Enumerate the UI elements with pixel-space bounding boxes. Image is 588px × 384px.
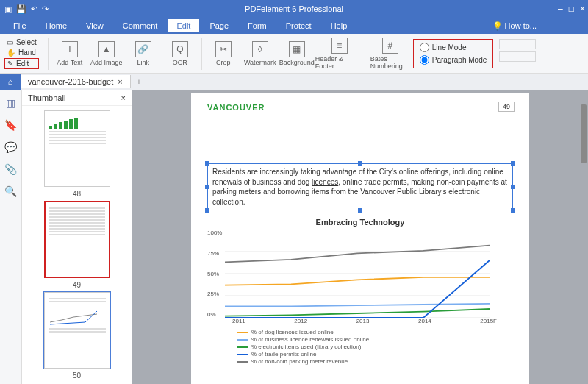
menu-view[interactable]: View [77, 19, 112, 32]
legend-item: % of business licence renewals issued on… [237, 336, 513, 343]
chart: Embracing Technology 100% 75% 50% 25% 0%… [207, 218, 513, 365]
link-button[interactable]: 🔗Link [125, 41, 162, 66]
thumbnail-page-number: 50 [73, 371, 81, 380]
brand-text: VANCOUVER [207, 103, 513, 112]
thumbnail-close-icon[interactable]: × [121, 93, 126, 102]
menu-edit[interactable]: Edit [168, 19, 199, 32]
qat-redo-icon[interactable]: ↷ [42, 4, 49, 14]
x-tick: 2013 [356, 318, 370, 324]
search-panel-icon[interactable]: 🔍 [4, 185, 17, 197]
vertical-scrollbar[interactable] [581, 104, 587, 163]
hand-tool[interactable]: ✋ Hand [4, 48, 39, 57]
watermark-icon: ◊ [252, 41, 268, 57]
line-mode-radio[interactable]: Line Mode [420, 43, 487, 52]
text-edit-box[interactable]: Residents are increasingly taking advant… [207, 163, 513, 210]
ribbon: ▭ Select ✋ Hand ✎ Edit TAdd Text ▲Add Im… [0, 34, 588, 74]
menu-page[interactable]: Page [201, 19, 237, 32]
tab-close-icon[interactable]: × [118, 77, 122, 86]
text-icon: T [62, 41, 78, 57]
select-tool[interactable]: ▭ Select [4, 38, 39, 47]
menu-form[interactable]: Form [239, 19, 276, 32]
menu-comment[interactable]: Comment [114, 19, 167, 32]
edit-mode-group: Line Mode Paragraph Mode [413, 39, 494, 68]
ocr-icon: Q [172, 41, 188, 57]
image-icon: ▲ [98, 41, 115, 57]
chart-legend: % of dog licences issued online% of busi… [237, 329, 513, 365]
side-toolbar: ▥ 🔖 💬 📎 🔍 [0, 90, 22, 384]
howto-link[interactable]: 💡 How to... [492, 21, 537, 31]
menu-help[interactable]: Help [322, 19, 356, 32]
title-bar: ▣ 💾 ↶ ↷ PDFelement 6 Professional – □ × [0, 0, 588, 18]
background-button[interactable]: ▦Background [279, 41, 315, 66]
qat-save-icon[interactable]: 💾 [16, 4, 26, 14]
crop-button[interactable]: ✂Crop [205, 41, 242, 66]
thumbnail-panel: Thumbnail × 48 49 50 [22, 90, 132, 384]
menu-protect[interactable]: Protect [277, 19, 320, 32]
minimize-button[interactable]: – [558, 4, 563, 14]
pdf-page: VANCOUVER 49 Residents are increasingly … [191, 93, 529, 384]
y-tick: 75% [207, 250, 222, 257]
background-icon: ▦ [289, 41, 305, 57]
chart-plot-area [225, 230, 490, 318]
watermark-button[interactable]: ◊Watermark [242, 41, 279, 66]
link-icon: 🔗 [135, 41, 151, 57]
legend-item: % of trade permits online [237, 351, 513, 358]
close-button[interactable]: × [580, 4, 585, 14]
page-number-badge: 49 [498, 102, 514, 112]
menu-bar: File Home View Comment Edit Page Form Pr… [0, 18, 588, 34]
new-tab-button[interactable]: + [131, 77, 147, 86]
paragraph-mode-radio[interactable]: Paragraph Mode [420, 55, 487, 65]
thumbnail-title: Thumbnail [28, 93, 65, 102]
x-tick: 2014 [418, 318, 431, 324]
comment-panel-icon[interactable]: 💬 [4, 141, 17, 153]
paragraph-text[interactable]: Residents are increasingly taking advant… [212, 168, 507, 206]
add-image-button[interactable]: ▲Add Image [88, 41, 125, 66]
edit-tool[interactable]: ✎ Edit [4, 58, 39, 69]
bookmark-panel-icon[interactable]: 🔖 [4, 119, 17, 131]
bates-button[interactable]: #Bates Numbering [370, 38, 410, 70]
menu-file[interactable]: File [4, 19, 35, 32]
crop-icon: ✂ [215, 41, 232, 57]
add-text-button[interactable]: TAdd Text [51, 41, 88, 66]
document-tab[interactable]: vancouver-2016-budget × [21, 75, 131, 88]
header-footer-icon: ≡ [331, 38, 348, 54]
legend-item: % electronic items used (library collect… [237, 344, 513, 350]
ocr-button[interactable]: QOCR [162, 41, 198, 66]
x-tick: 2011 [232, 318, 245, 324]
legend-item: % of non-coin parking meter revenue [237, 358, 513, 365]
document-canvas[interactable]: VANCOUVER 49 Residents are increasingly … [132, 90, 588, 384]
header-footer-button[interactable]: ≡Header & Footer [315, 38, 364, 70]
thumbnail-page-number: 49 [73, 281, 81, 289]
x-tick: 2012 [294, 318, 307, 324]
bates-icon: # [382, 38, 398, 54]
y-tick: 100% [207, 230, 222, 236]
legend-item: % of dog licences issued online [237, 329, 513, 335]
x-tick: 2015F [480, 318, 497, 324]
app-icon: ▣ [4, 4, 12, 14]
y-tick: 0% [207, 311, 222, 318]
thumbnail-page[interactable] [44, 110, 110, 187]
thumbnail-page[interactable] [44, 201, 110, 277]
chart-title: Embracing Technology [207, 218, 513, 227]
thumbnail-panel-icon[interactable]: ▥ [6, 97, 15, 109]
list-style-buttons[interactable] [499, 39, 536, 68]
window-title: PDFelement 6 Professional [245, 4, 343, 13]
home-icon[interactable]: ⌂ [0, 74, 21, 90]
menu-home[interactable]: Home [37, 19, 76, 32]
attachment-panel-icon[interactable]: 📎 [4, 163, 17, 175]
y-tick: 50% [207, 271, 222, 277]
y-tick: 25% [207, 291, 222, 297]
maximize-button[interactable]: □ [569, 4, 574, 14]
thumbnail-page-number: 48 [73, 190, 81, 198]
thumbnail-page[interactable] [44, 292, 110, 369]
document-tabs: ⌂ vancouver-2016-budget × + [0, 74, 588, 90]
qat-undo-icon[interactable]: ↶ [31, 4, 37, 14]
